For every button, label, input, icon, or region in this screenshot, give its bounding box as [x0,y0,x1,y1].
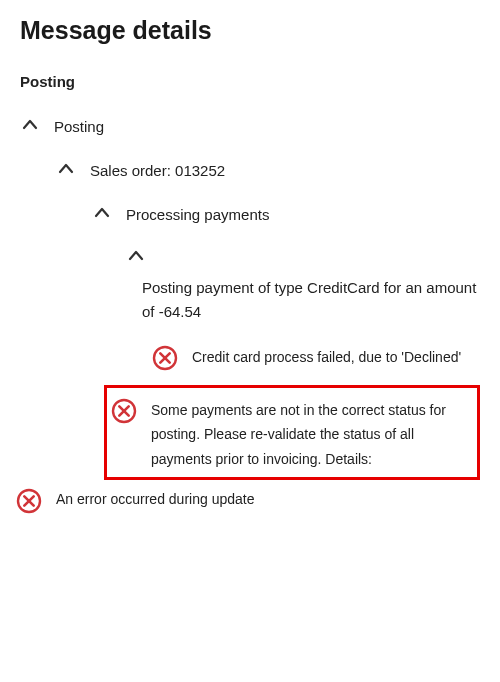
tree-node-label: Posting [54,114,104,138]
error-message-declined: Credit card process failed, due to 'Decl… [152,345,480,371]
message-details-panel: Message details Posting Posting Sales or… [0,0,500,534]
chevron-up-icon[interactable] [20,115,40,135]
tree-node-label: Sales order: 013252 [90,158,225,182]
tree-node-label: Processing payments [126,202,269,226]
tree-node-payment-detail-toggle[interactable] [126,245,480,266]
error-icon [16,488,42,514]
tree-node-posting[interactable]: Posting [20,114,480,138]
error-message-text: An error occurred during update [56,488,254,507]
chevron-up-icon[interactable] [126,246,146,266]
highlighted-error-box: Some payments are not in the correct sta… [104,385,480,481]
tree-node-sales-order[interactable]: Sales order: 013252 [56,158,480,182]
tree-node-processing-payments[interactable]: Processing payments [92,202,480,226]
error-message-status: Some payments are not in the correct sta… [111,398,469,472]
error-message-update: An error occurred during update [16,488,480,514]
tree-node-payment-detail-text: Posting payment of type CreditCard for a… [142,276,480,323]
error-icon [152,345,178,371]
chevron-up-icon[interactable] [92,203,112,223]
error-icon [111,398,137,424]
error-message-text: Some payments are not in the correct sta… [151,398,469,472]
page-title: Message details [20,16,480,45]
section-heading: Posting [20,73,480,90]
error-message-text: Credit card process failed, due to 'Decl… [192,345,461,370]
chevron-up-icon[interactable] [56,159,76,179]
